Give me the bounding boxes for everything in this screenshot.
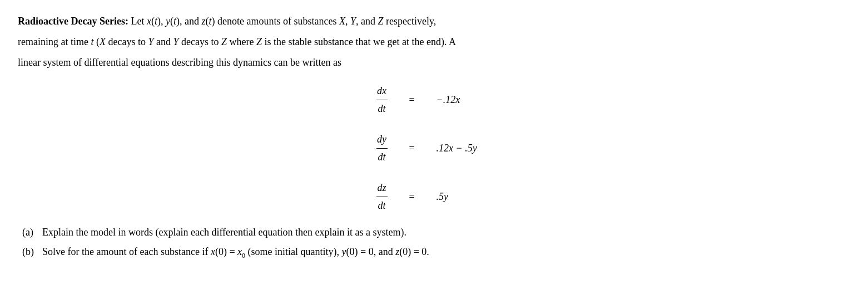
rhs-1: −.12x xyxy=(437,92,492,107)
equation-row-2: dy dt = .12x − .5y xyxy=(376,132,492,165)
denominator-dt-2: dt xyxy=(376,149,388,165)
equation-row-3: dz dt = .5y xyxy=(376,180,492,213)
part-a-label: (a) xyxy=(22,224,38,241)
part-b-text: Solve for the amount of each substance i… xyxy=(42,244,429,261)
fraction-dx-dt: dx dt xyxy=(376,84,388,116)
part-a-text: Explain the model in words (explain each… xyxy=(42,224,406,241)
equations-container: dx dt = −.12x dy dt = .12x − .5y dz dt =… xyxy=(18,84,850,213)
numerator-dx: dx xyxy=(376,84,388,100)
fraction-dz-dt: dz dt xyxy=(376,180,388,213)
part-a: (a) Explain the model in words (explain … xyxy=(22,224,850,241)
title-colon: : xyxy=(125,16,128,27)
eq-sign-2: = xyxy=(405,141,419,156)
content-block: Radioactive Decay Series: Let x(t), y(t)… xyxy=(18,13,850,261)
rhs-3: .5y xyxy=(437,189,492,204)
intro-line-2: remaining at time t (X decays to Y and Y… xyxy=(18,36,456,47)
rhs-2: .12x − .5y xyxy=(437,141,492,156)
eq-sign-1: = xyxy=(405,92,419,107)
intro-paragraph-3: linear system of differential equations … xyxy=(18,55,850,71)
denominator-dt-3: dt xyxy=(376,197,388,213)
intro-line-3: linear system of differential equations … xyxy=(18,57,341,68)
equation-row-1: dx dt = −.12x xyxy=(376,84,492,116)
part-b-label: (b) xyxy=(22,244,38,260)
intro-text-1: Let x(t), y(t), and z(t) denote amounts … xyxy=(131,16,436,27)
numerator-dz: dz xyxy=(376,180,388,197)
intro-paragraph: Radioactive Decay Series: Let x(t), y(t)… xyxy=(18,13,850,30)
numerator-dy: dy xyxy=(376,132,388,149)
parts-list: (a) Explain the model in words (explain … xyxy=(18,224,850,261)
part-b: (b) Solve for the amount of each substan… xyxy=(22,244,850,261)
title-text: Radioactive Decay Series xyxy=(18,16,125,27)
intro-paragraph-2: remaining at time t (X decays to Y and Y… xyxy=(18,34,850,50)
fraction-dy-dt: dy dt xyxy=(376,132,388,165)
eq-sign-3: = xyxy=(405,189,419,204)
denominator-dt-1: dt xyxy=(376,100,388,116)
